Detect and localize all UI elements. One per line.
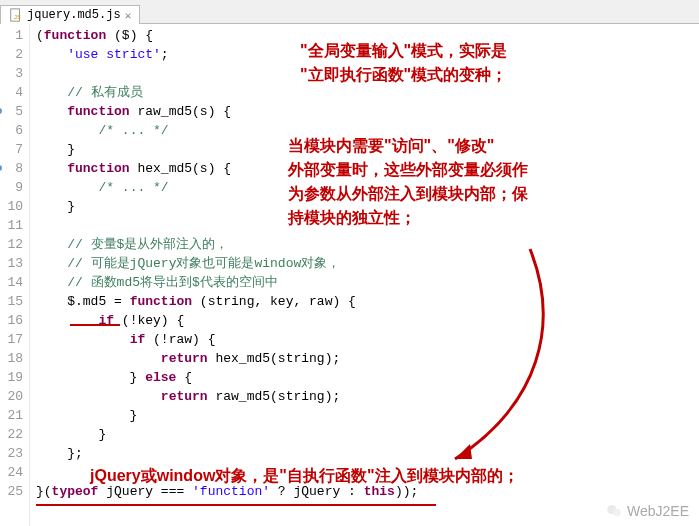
code-line[interactable]: }(typeof jQuery === 'function' ? jQuery … xyxy=(36,482,699,501)
code-line[interactable]: function hex_md5(s) { xyxy=(36,159,699,178)
tab-close-icon[interactable]: ✕ xyxy=(125,9,132,22)
code-line[interactable]: // 函数md5将导出到$代表的空间中 xyxy=(36,273,699,292)
code-line[interactable]: /* ... */ xyxy=(36,121,699,140)
line-number: 9 xyxy=(4,178,23,197)
line-number: 17 xyxy=(4,330,23,349)
line-number: 18 xyxy=(4,349,23,368)
line-number: 21 xyxy=(4,406,23,425)
code-line[interactable]: } else { xyxy=(36,368,699,387)
code-line[interactable]: if (!raw) { xyxy=(36,330,699,349)
code-line[interactable]: } xyxy=(36,425,699,444)
code-line[interactable]: 'use strict'; xyxy=(36,45,699,64)
code-area[interactable]: (function ($) { 'use strict'; // 私有成员 fu… xyxy=(30,24,699,526)
code-line[interactable] xyxy=(36,463,699,482)
line-number: 12 xyxy=(4,235,23,254)
code-line[interactable]: // 变量$是从外部注入的， xyxy=(36,235,699,254)
code-line[interactable]: /* ... */ xyxy=(36,178,699,197)
code-line[interactable] xyxy=(36,216,699,235)
line-number: 15 xyxy=(4,292,23,311)
watermark: WebJ2EE xyxy=(605,502,689,520)
file-tab[interactable]: JS jquery.md5.js ✕ xyxy=(0,5,140,24)
code-line[interactable]: // 可能是jQuery对象也可能是window对象， xyxy=(36,254,699,273)
line-number-gutter: 1234567891011121314151617181920212223242… xyxy=(0,24,30,526)
code-line[interactable] xyxy=(36,64,699,83)
code-line[interactable]: if (!key) { xyxy=(36,311,699,330)
code-line[interactable]: function raw_md5(s) { xyxy=(36,102,699,121)
line-number: 8 xyxy=(4,159,23,178)
svg-point-4 xyxy=(613,509,621,517)
line-number: 13 xyxy=(4,254,23,273)
code-line[interactable]: } xyxy=(36,406,699,425)
code-line[interactable]: } xyxy=(36,197,699,216)
line-number: 10 xyxy=(4,197,23,216)
line-number: 11 xyxy=(4,216,23,235)
line-number: 2 xyxy=(4,45,23,64)
svg-text:JS: JS xyxy=(13,14,21,21)
line-number: 23 xyxy=(4,444,23,463)
tab-bar: JS jquery.md5.js ✕ xyxy=(0,0,699,24)
code-line[interactable]: }; xyxy=(36,444,699,463)
line-number: 16 xyxy=(4,311,23,330)
tab-filename: jquery.md5.js xyxy=(27,8,121,22)
line-number: 22 xyxy=(4,425,23,444)
line-number: 1 xyxy=(4,26,23,45)
code-line[interactable]: (function ($) { xyxy=(36,26,699,45)
line-number: 25 xyxy=(4,482,23,501)
line-number: 5 xyxy=(4,102,23,121)
line-number: 6 xyxy=(4,121,23,140)
code-line[interactable]: return hex_md5(string); xyxy=(36,349,699,368)
code-line[interactable]: return raw_md5(string); xyxy=(36,387,699,406)
code-line[interactable]: // 私有成员 xyxy=(36,83,699,102)
line-number: 24 xyxy=(4,463,23,482)
js-file-icon: JS xyxy=(9,8,23,22)
line-number: 19 xyxy=(4,368,23,387)
line-number: 20 xyxy=(4,387,23,406)
line-number: 7 xyxy=(4,140,23,159)
code-line[interactable]: } xyxy=(36,140,699,159)
wechat-icon xyxy=(605,502,623,520)
line-number: 4 xyxy=(4,83,23,102)
line-number: 14 xyxy=(4,273,23,292)
line-number: 3 xyxy=(4,64,23,83)
code-editor[interactable]: 1234567891011121314151617181920212223242… xyxy=(0,24,699,526)
code-line[interactable]: $.md5 = function (string, key, raw) { xyxy=(36,292,699,311)
